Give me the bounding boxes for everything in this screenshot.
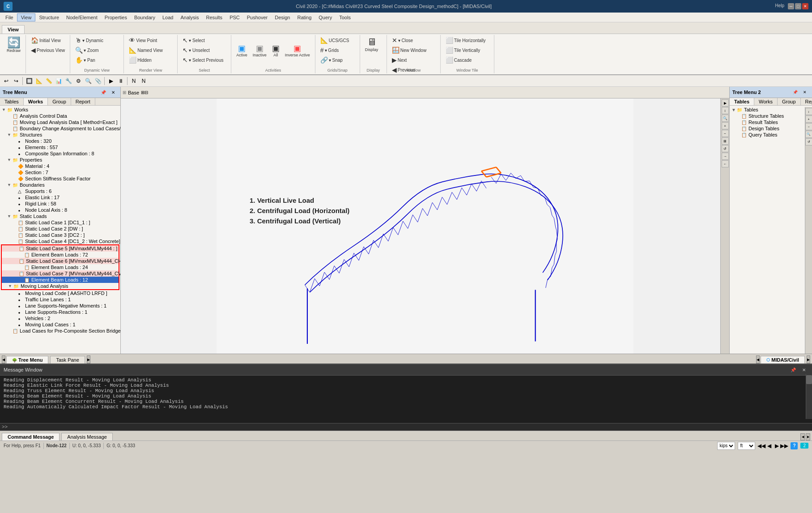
msg-tab-scroll-l[interactable]: ◀ — [800, 433, 805, 440]
side-tool-9[interactable]: ← — [722, 160, 729, 167]
menu-node-element[interactable]: Node/Element — [63, 14, 101, 21]
next-window-button[interactable]: ▶ Next — [390, 56, 409, 64]
cascade-button[interactable]: ⬜ Cascade — [443, 56, 474, 64]
tree-item[interactable]: ⬥ Elastic Link : 17 — [1, 194, 119, 201]
tree-item[interactable]: 📋 Static Load Case 7 [MVmaxMVLMy444_CV :… — [1, 270, 119, 277]
help-btn[interactable]: ? — [791, 442, 798, 449]
snap-button[interactable]: 🔗 ▾ Snap — [318, 56, 345, 64]
tree2-tables-root[interactable]: ▼ 📁 Tables — [731, 107, 811, 113]
viewpoint-button[interactable]: 👁 View Point — [127, 36, 159, 45]
tree-item[interactable]: 📋 Static Load Case 4 [DC1_2 : Wet Concre… — [1, 238, 119, 244]
tree-item[interactable]: ⬥ Lane Supports-Negative Moments : 1 — [1, 303, 119, 309]
tree-item[interactable]: ⬥ Rigid Link : 58 — [1, 201, 119, 207]
menu-design[interactable]: Design — [271, 14, 293, 21]
tree-item[interactable]: ▼ 📁 Moving Load Analysis — [1, 283, 119, 290]
toolbar-btn-2[interactable]: ↪ — [12, 77, 21, 86]
menu-results[interactable]: Results — [202, 14, 226, 21]
named-view-button[interactable]: 📐 Named View — [127, 46, 165, 55]
tree2-side-2[interactable]: + — [805, 115, 812, 123]
side-tool-2[interactable]: ↕ — [722, 107, 729, 114]
display-button[interactable]: 🖥 Display — [363, 36, 381, 54]
toolbar-btn-12[interactable]: ⏸ — [116, 77, 125, 86]
menu-view[interactable]: View — [17, 13, 36, 21]
zoom-button[interactable]: 🔍 ▾ Zoom — [73, 46, 101, 55]
tree-item[interactable]: ▼ 📁 Structures — [1, 132, 119, 138]
toolbar-btn-11[interactable]: ▶ — [106, 77, 115, 86]
menu-tools[interactable]: Tools — [336, 14, 354, 21]
tree-tab-group[interactable]: Group — [48, 98, 71, 105]
tree2-side-1[interactable]: ↕ — [805, 108, 812, 115]
scroll-left-btn[interactable]: ◀ — [2, 355, 5, 363]
tree-item[interactable]: 📋 Static Load Case 6 [MVmaxMVLMy444_CH :… — [1, 258, 119, 264]
unit-force-select[interactable]: kips N kN tf — [717, 442, 735, 450]
menu-boundary[interactable]: Boundary — [131, 14, 159, 21]
tree-item[interactable]: 📋 Static Load Case 5 [MVmaxMVLMy444 : ] — [1, 244, 119, 252]
tile-v-button[interactable]: ⬜ Tile Vertically — [443, 46, 483, 55]
close-win-button[interactable]: ✕ ▾ Close — [390, 36, 415, 45]
tree-item[interactable]: ⬥ Moving Load Code [ AASHTO LRFD ] — [1, 290, 119, 296]
tree2-query-tables[interactable]: 📋 Query Tables — [731, 132, 811, 138]
menu-load[interactable]: Load — [159, 14, 177, 21]
tree-item[interactable]: ⬥ Traffic Line Lanes : 1 — [1, 296, 119, 303]
select-button[interactable]: ↖ ▾ Select — [180, 36, 207, 45]
toolbar-btn-1[interactable]: ↩ — [2, 77, 11, 86]
nav-btn-4[interactable]: ▶▶ — [781, 442, 788, 449]
tree-item[interactable]: 📋 Static Load Case 2 [DW : ] — [1, 226, 119, 232]
menu-properties[interactable]: Properties — [101, 14, 131, 21]
tree-item[interactable]: ▼ 📁 Static Loads — [1, 213, 119, 219]
toolbar-btn-9[interactable]: 🔍 — [84, 77, 93, 86]
tree2-tab-group[interactable]: Group — [778, 98, 801, 105]
toolbar-btn-8[interactable]: ⚙ — [74, 77, 83, 86]
hidden-button[interactable]: ⬜ Hidden — [127, 56, 154, 64]
side-tool-6[interactable]: ⊞ — [722, 137, 729, 145]
tree2-tab-works[interactable]: Works — [754, 98, 778, 105]
tree-tab-tables[interactable]: Tables — [0, 98, 24, 105]
vp-scroll-right[interactable]: ▶ — [807, 355, 810, 363]
menu-rating[interactable]: Rating — [293, 14, 315, 21]
tree-tab-report[interactable]: Report — [71, 98, 95, 105]
nav-btn-2[interactable]: ◀ — [765, 442, 773, 449]
tree-item[interactable]: ▼ 📁 Properties — [1, 157, 119, 163]
msg-tab-scroll-r[interactable]: ▶ — [806, 433, 810, 440]
menu-file[interactable]: File — [2, 14, 17, 21]
initial-view-button[interactable]: 🏠 Initial View — [29, 36, 63, 45]
tree2-result-tables[interactable]: 📋 Result Tables — [731, 119, 811, 125]
ucs-button[interactable]: 📐 UCS/GCS — [318, 36, 352, 45]
vp-scroll-left[interactable]: ◀ — [756, 355, 760, 363]
side-tool-3[interactable]: 🔍 — [722, 115, 729, 122]
tree-item[interactable]: 🔶 Section Stiffness Scale Factor — [1, 175, 119, 182]
toolbar-btn-7[interactable]: 🔧 — [64, 77, 73, 86]
tree-item[interactable]: 📋 Load Cases for Pre-Composite Section B… — [1, 328, 119, 334]
tree-item[interactable]: ⬥ Vehicles : 2 — [1, 315, 119, 321]
tree-item[interactable]: ▼ 📁 Boundaries — [1, 182, 119, 188]
close-button[interactable]: ✕ — [802, 3, 808, 9]
tree2-side-4[interactable]: 🔍 — [805, 131, 812, 138]
tree-pin-button[interactable]: 📌 — [99, 88, 108, 97]
nav-btn-3[interactable]: ▶ — [773, 442, 780, 449]
tree-item[interactable]: 📋 Boundary Change Assignment to Load Cas… — [1, 125, 119, 132]
tab-midas-civil[interactable]: ⬡ MIDAS/Civil — [761, 356, 805, 363]
msg-close-button[interactable]: ✕ — [799, 365, 808, 374]
menu-query[interactable]: Query — [315, 14, 336, 21]
tree2-pin-button[interactable]: 📌 — [791, 88, 799, 97]
tile-h-button[interactable]: ⬜ Tile Horizontally — [443, 36, 488, 45]
tree2-design-tables[interactable]: 📋 Design Tables — [731, 125, 811, 132]
tree-tab-works[interactable]: Works — [24, 98, 48, 105]
tree-item[interactable]: 🔶 Material : 4 — [1, 163, 119, 169]
toolbar-btn-5[interactable]: 📏 — [44, 77, 53, 86]
tree2-close-button[interactable]: ✕ — [800, 88, 809, 97]
tree-item[interactable]: 📋 Analysis Control Data — [1, 113, 119, 119]
tree2-side-3[interactable]: − — [805, 123, 812, 130]
msg-scrollbar-thumb[interactable] — [806, 375, 812, 384]
unselect-button[interactable]: ↖ ▾ Unselect — [180, 46, 212, 55]
tree-item[interactable]: 🔶 Section : 7 — [1, 169, 119, 175]
minimize-button[interactable]: ─ — [788, 3, 794, 9]
previous-view-button[interactable]: ◀ Previous View — [29, 46, 67, 55]
tree2-side-5[interactable]: ↺ — [805, 138, 812, 145]
window-controls[interactable]: Help ─ □ ✕ — [775, 3, 808, 9]
side-tool-4[interactable]: + — [722, 122, 729, 129]
side-tool-8[interactable]: → — [722, 153, 729, 160]
tree-item[interactable]: 📋 Element Beam Loads : 72 — [1, 252, 119, 258]
toolbar-btn-6[interactable]: 📊 — [54, 77, 63, 86]
menu-pushover[interactable]: Pushover — [243, 14, 271, 21]
